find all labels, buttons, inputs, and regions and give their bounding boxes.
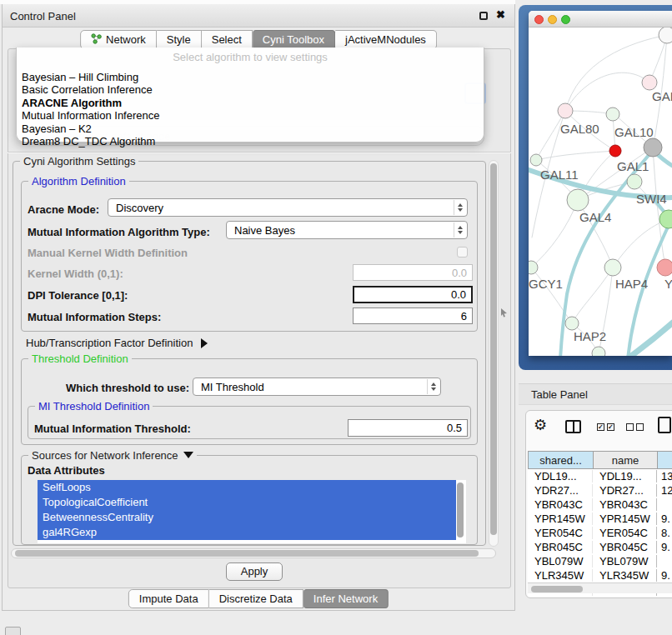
- float-icon[interactable]: [479, 12, 488, 20]
- settings-horizontal-scrollbar[interactable]: [11, 548, 496, 558]
- node-label: HAP2: [574, 329, 606, 343]
- algorithm-option[interactable]: Mutual Information Inference: [20, 109, 480, 122]
- network-node[interactable]: [529, 261, 538, 274]
- attribute-item[interactable]: TopologicalCoefficient: [38, 495, 456, 510]
- control-panel-window: Control Panel ✖ NetworkStyleSelectCyni T…: [2, 4, 515, 611]
- network-node[interactable]: [657, 259, 672, 276]
- table-cell: 9.: [657, 512, 672, 525]
- table-panel-title: Table Panel: [531, 388, 588, 401]
- attribute-item[interactable]: SelfLoops: [38, 480, 456, 495]
- tab-network[interactable]: Network: [80, 30, 157, 49]
- algorithm-option[interactable]: Bayesian – Hill Climbing: [20, 71, 480, 83]
- tab-impute-data[interactable]: Impute Data: [128, 589, 209, 608]
- hub-section-toggle[interactable]: Hub/Transcription Factor Definition: [26, 337, 208, 349]
- algorithm-option[interactable]: Bayesian – K2: [20, 122, 480, 135]
- node-label: GAL1: [617, 159, 649, 173]
- stepper-icon: [454, 200, 466, 215]
- network-node[interactable]: [659, 28, 672, 43]
- attribute-list-scrollbar[interactable]: [457, 482, 464, 538]
- network-node[interactable]: [606, 108, 619, 121]
- network-node[interactable]: [627, 174, 642, 189]
- network-node[interactable]: [565, 317, 579, 330]
- scrollbar-thumb[interactable]: [15, 550, 479, 557]
- split-view-icon[interactable]: [565, 420, 581, 433]
- tab-infer-network[interactable]: Infer Network: [303, 589, 389, 608]
- node-label: GAL80: [560, 122, 599, 136]
- network-node[interactable]: [567, 189, 589, 211]
- mi-steps-value: 6: [461, 310, 467, 322]
- mi-type-select[interactable]: Naive Bayes: [226, 221, 468, 239]
- network-node[interactable]: [604, 259, 621, 276]
- network-node[interactable]: [659, 210, 672, 228]
- which-threshold-select[interactable]: MI Threshold: [193, 378, 441, 396]
- column-header[interactable]: A: [658, 452, 672, 468]
- table-row[interactable]: YBR045CYBR045C9.: [528, 540, 672, 554]
- table-horizontal-scrollbar[interactable]: [528, 582, 672, 593]
- document-icon[interactable]: [658, 417, 671, 433]
- sources-title[interactable]: Sources for Network Inference: [28, 449, 197, 462]
- tab-discretize-data[interactable]: Discretize Data: [209, 589, 303, 608]
- table-row[interactable]: YPR145WYPR145W9.: [528, 512, 672, 526]
- table-row[interactable]: YBL079WYBL079W: [528, 554, 672, 568]
- table-cell: YER054C: [528, 527, 593, 539]
- window-title: Control Panel: [10, 10, 76, 22]
- column-header[interactable]: shared...: [529, 452, 594, 468]
- minimize-light-icon[interactable]: [548, 15, 557, 24]
- table-cell: YBL079W: [593, 555, 657, 568]
- attribute-item[interactable]: gal4RGexp: [38, 525, 456, 540]
- network-node[interactable]: [609, 145, 621, 157]
- network-node[interactable]: [558, 103, 573, 118]
- kernel-width-label: Kernel Width (0,1):: [28, 268, 123, 280]
- algorithm-option[interactable]: Basic Correlation Inference: [20, 83, 480, 96]
- network-node[interactable]: [644, 138, 662, 157]
- network-node[interactable]: [592, 347, 605, 356]
- collapsed-arrow-icon: [201, 338, 208, 348]
- close-light-icon[interactable]: [534, 15, 544, 24]
- zoom-light-icon[interactable]: [561, 15, 570, 24]
- tab-jactivemnodules[interactable]: jActiveMNodules: [335, 30, 437, 49]
- aracne-mode-select[interactable]: Discovery: [108, 198, 468, 217]
- bottom-tab-row: Impute DataDiscretize DataInfer Network: [128, 589, 389, 608]
- tab-cyni-toolbox[interactable]: Cyni Toolbox: [253, 30, 335, 49]
- gear-icon[interactable]: ⚙: [534, 416, 547, 434]
- network-view[interactable]: GALGAL80GAL10GAL11GAL1SWI4GAL4GCY1HAP4YH…: [529, 28, 672, 356]
- attribute-list: SelfLoopsTopologicalCoefficientBetweenne…: [38, 480, 466, 543]
- table-cell: YBR043C: [593, 498, 657, 511]
- settings-vertical-scrollbar[interactable]: [489, 160, 499, 547]
- node-label: GAL4: [579, 210, 611, 224]
- unchecked-boxes-icon[interactable]: [626, 423, 644, 431]
- scrollbar-thumb[interactable]: [490, 163, 497, 535]
- table-cell: YDL19...: [593, 470, 657, 482]
- mi-threshold-field[interactable]: 0.5: [348, 419, 468, 437]
- kernel-width-field[interactable]: 0.0: [353, 264, 473, 281]
- table-row[interactable]: YDR27...YDR27...12: [528, 483, 672, 498]
- network-window-titlebar[interactable]: [529, 11, 672, 28]
- algorithm-popup-header: Select algorithm to view settings: [17, 51, 484, 63]
- mi-steps-field[interactable]: 6: [353, 308, 473, 324]
- close-icon[interactable]: ✖: [496, 8, 505, 21]
- table-row[interactable]: YLR345WYLR345W9.: [528, 568, 672, 582]
- apply-button[interactable]: Apply: [226, 562, 283, 581]
- tab-style[interactable]: Style: [157, 30, 202, 49]
- checked-boxes-icon[interactable]: ✓✓: [597, 423, 614, 431]
- column-header[interactable]: name: [594, 452, 658, 468]
- table-row[interactable]: YDL19...YDL19...13: [528, 469, 672, 483]
- table-row[interactable]: YBR043CYBR043C: [528, 498, 672, 512]
- scrollbar-thumb[interactable]: [531, 586, 583, 592]
- mi-type-label: Mutual Information Algorithm Type:: [28, 226, 210, 238]
- network-edge: [572, 268, 613, 323]
- network-node[interactable]: [530, 154, 542, 166]
- dpi-tolerance-field[interactable]: 0.0: [353, 286, 473, 303]
- threshold-definition-title: Threshold Definition: [28, 352, 132, 365]
- algorithm-option[interactable]: Dream8 DC_TDC Algorithm: [20, 135, 480, 148]
- attribute-item[interactable]: BetweennessCentrality: [38, 510, 456, 525]
- tab-select[interactable]: Select: [202, 30, 253, 49]
- network-canvas: GALGAL80GAL10GAL11GAL1SWI4GAL4GCY1HAP4YH…: [529, 28, 672, 356]
- tab-label: Select: [212, 33, 242, 46]
- collapsed-panel-grip[interactable]: [5, 627, 21, 635]
- network-node[interactable]: [642, 75, 657, 90]
- table-row[interactable]: YER054CYER054C8.: [528, 526, 672, 540]
- tab-label: Discretize Data: [219, 592, 293, 605]
- manual-kernel-checkbox[interactable]: [457, 247, 468, 258]
- algorithm-option[interactable]: ARACNE Algorithm: [20, 97, 480, 109]
